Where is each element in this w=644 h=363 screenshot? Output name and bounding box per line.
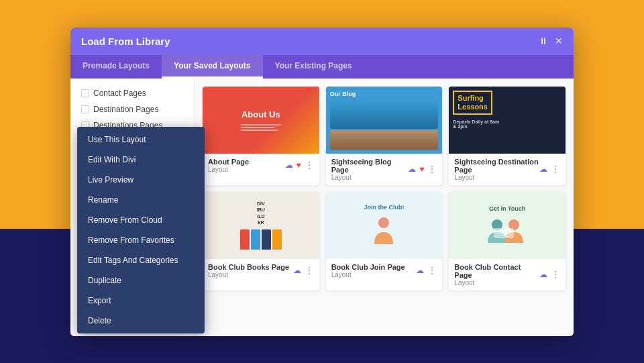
ctx-delete[interactable]: Delete [77,311,205,331]
card-name-blog: Sightseeing Blog Page [331,158,409,174]
card-type-join: Layout [331,271,405,278]
card-blog-page: Our Blog Sightseeing Blog Page Layout ☁ [326,87,443,185]
tab-existing-pages[interactable]: Your Existing Pages [263,55,364,79]
card-actions-about: ☁ ♥ ⋮ [285,160,314,170]
sidebar-item-destination-pages[interactable]: Destination Pages [70,101,194,117]
dots-icon-dest[interactable]: ⋮ [551,164,560,174]
card-footer-destination: Sightseeing Destination Page Layout ☁ ⋮ [449,154,566,185]
card-join-page: Join the Club! Book Club Join Page Layou… [326,192,443,291]
dots-icon-blog[interactable]: ⋮ [427,164,437,174]
card-name-contact: Book Club Contact Page [454,263,539,279]
card-type-books: Layout [208,271,289,278]
cloud-icon-dest[interactable]: ☁ [539,164,547,174]
card-actions-blog: ☁ ♥ ⋮ [408,164,437,174]
card-name-destination: Sightseeing Destination Page [454,158,539,174]
modal-body: Contact Pages Destination Pages Destinat… [70,79,574,336]
ctx-edit-divi[interactable]: Edit With Divi [77,150,205,170]
cloud-icon-join[interactable]: ☁ [416,266,424,275]
svg-point-0 [378,217,389,228]
dots-icon-join[interactable]: ⋮ [427,265,437,276]
card-name-about: About Page [208,158,249,166]
modal-tabs: Premade Layouts Your Saved Layouts Your … [70,55,574,79]
checkbox-contact [81,89,89,97]
ctx-export[interactable]: Export [77,291,205,311]
card-about-page: About Us About Page Layout [203,87,319,185]
card-footer-about: About Page Layout ☁ ♥ ⋮ [203,154,319,177]
card-actions-join: ☁ ⋮ [416,265,437,276]
card-actions-books: ☁ ⋮ [293,265,314,276]
thumb-blog: Our Blog [326,87,443,154]
card-type-contact: Layout [454,279,539,287]
card-name-books: Book Club Books Page [208,263,289,271]
card-type-blog: Layout [331,174,409,181]
card-books-page: DIVIBUILDER Book Club Books Page [203,192,319,291]
join-person-svg [370,213,397,247]
card-name-join: Book Club Join Page [331,263,405,271]
ctx-remove-favorites[interactable]: Remove From Favorites [77,230,205,250]
card-contact-page: Get in Touch Book Club [449,192,566,291]
thumb-about: About Us [203,87,319,154]
pause-button[interactable]: ⏸ [539,36,548,46]
card-actions-destination: ☁ ⋮ [539,164,560,174]
close-button[interactable]: ✕ [555,36,563,46]
cloud-icon-blog[interactable]: ☁ [408,164,416,174]
sidebar-item-contact-pages[interactable]: Contact Pages [70,85,194,101]
header-actions: ⏸ ✕ [539,36,563,46]
tab-saved-layouts[interactable]: Your Saved Layouts [162,55,262,79]
card-footer-books: Book Club Books Page Layout ☁ ⋮ [203,259,319,282]
cloud-icon-contact[interactable]: ☁ [539,270,547,279]
thumb-contact: Get in Touch [449,192,566,259]
thumb-join: Join the Club! [326,192,443,259]
contact-people-svg [484,215,531,245]
svg-rect-3 [494,228,514,238]
card-type-destination: Layout [454,174,539,181]
tab-premade-layouts[interactable]: Premade Layouts [70,55,162,79]
cloud-icon-about[interactable]: ☁ [285,160,293,170]
ctx-live-preview[interactable]: Live Preview [77,170,205,190]
card-type-about: Layout [208,166,249,173]
content-area: About Us About Page Layout [195,79,574,336]
thumb-surfing: SurfingLessons Departs Daily at 8am& 2pm [449,87,566,154]
heart-icon-about[interactable]: ♥ [297,160,301,170]
ctx-rename[interactable]: Rename [77,190,205,210]
dots-icon-contact[interactable]: ⋮ [551,269,560,280]
ctx-duplicate[interactable]: Duplicate [77,270,205,291]
cloud-icon-books[interactable]: ☁ [293,266,301,275]
card-footer-blog: Sightseeing Blog Page Layout ☁ ♥ ⋮ [326,154,443,185]
card-footer-join: Book Club Join Page Layout ☁ ⋮ [326,259,443,282]
load-from-library-modal: Load From Library ⏸ ✕ Premade Layouts Yo… [70,28,574,336]
card-destination-page: SurfingLessons Departs Daily at 8am& 2pm… [449,87,566,185]
modal-title: Load From Library [81,36,170,47]
dots-icon-books[interactable]: ⋮ [305,265,314,276]
ctx-remove-cloud[interactable]: Remove From Cloud [77,210,205,230]
cards-grid: About Us About Page Layout [203,87,566,291]
thumb-books: DIVIBUILDER [203,192,319,259]
dots-icon-about[interactable]: ⋮ [305,160,314,170]
ctx-edit-tags[interactable]: Edit Tags And Categories [77,250,205,270]
card-actions-contact: ☁ ⋮ [539,269,560,280]
card-footer-contact: Book Club Contact Page Layout ☁ ⋮ [449,259,566,291]
ctx-use-layout[interactable]: Use This Layout [77,129,205,150]
heart-icon-blog[interactable]: ♥ [419,164,424,174]
checkbox-destination [81,105,89,113]
context-menu: Use This Layout Edit With Divi Live Prev… [77,127,205,333]
modal-header: Load From Library ⏸ ✕ [70,28,574,55]
